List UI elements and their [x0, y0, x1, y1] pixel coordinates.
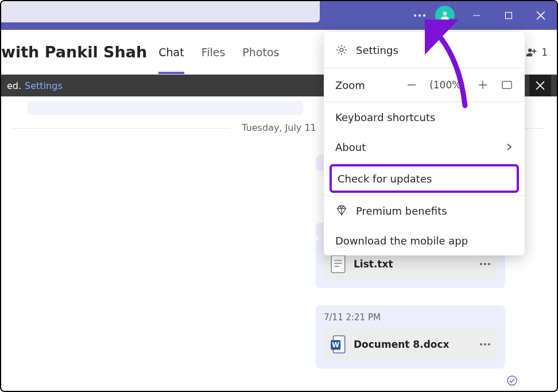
message-timestamp: 7/11 2:21 PM: [324, 312, 497, 323]
message-bubble: [28, 101, 303, 115]
search-box[interactable]: [1, 1, 320, 22]
file-name: List.txt: [354, 258, 472, 270]
chat-title: with Pankil Shah: [1, 43, 147, 61]
svg-point-13: [507, 376, 517, 385]
tab-bar: Chat Files Photos: [158, 30, 279, 74]
text-file-icon: [331, 255, 346, 273]
sent-status-icon: [506, 375, 518, 389]
minimize-button[interactable]: [460, 1, 493, 30]
menu-zoom-row: Zoom (100%): [324, 68, 525, 102]
menu-check-for-updates-label: Check for updates: [338, 173, 432, 185]
menu-about-label: About: [335, 141, 366, 153]
svg-rect-18: [502, 81, 512, 89]
menu-settings-label: Settings: [356, 44, 398, 56]
more-options-button[interactable]: [406, 1, 433, 30]
menu-premium-label: Premium benefits: [356, 205, 447, 217]
menu-download-mobile-app[interactable]: Download the mobile app: [324, 226, 525, 255]
menu-about[interactable]: About: [324, 132, 525, 162]
message-bubble: 7/11 2:21 PM W Document 8.docx: [316, 305, 505, 368]
presence-badge: [448, 18, 455, 26]
banner-settings-link[interactable]: Settings: [25, 80, 63, 91]
svg-rect-1: [506, 13, 512, 19]
more-options-menu: Settings Zoom (100%) Keyboard shortcuts …: [324, 32, 525, 255]
participants-count: 1: [541, 46, 548, 58]
ellipsis-icon: [414, 14, 425, 17]
menu-download-app-label: Download the mobile app: [335, 235, 468, 247]
word-file-icon: W: [331, 335, 346, 354]
maximize-button[interactable]: [493, 1, 525, 30]
zoom-percentage: (100%): [429, 79, 465, 91]
menu-premium-benefits[interactable]: Premium benefits: [324, 196, 525, 226]
zoom-label: Zoom: [335, 79, 365, 91]
tab-chat[interactable]: Chat: [158, 30, 184, 74]
file-name: Document 8.docx: [354, 339, 472, 350]
app-window: with Pankil Shah Chat Files Photos 1 ed.…: [0, 0, 558, 392]
file-more-options[interactable]: [480, 343, 490, 346]
banner-text: ed.: [7, 80, 21, 91]
file-attachment[interactable]: W Document 8.docx: [324, 328, 497, 360]
gear-icon: [335, 44, 348, 56]
menu-check-for-updates[interactable]: Check for updates: [330, 164, 519, 193]
participants-button[interactable]: 1: [525, 46, 551, 59]
profile-avatar[interactable]: [435, 6, 455, 25]
menu-keyboard-shortcuts[interactable]: Keyboard shortcuts: [324, 102, 525, 132]
menu-settings[interactable]: Settings: [324, 32, 525, 68]
tab-photos[interactable]: Photos: [242, 30, 279, 74]
close-window-button[interactable]: [525, 1, 557, 30]
zoom-in-button[interactable]: [476, 79, 489, 91]
people-add-icon: [525, 46, 538, 59]
fullscreen-button[interactable]: [501, 79, 513, 91]
tab-files[interactable]: Files: [202, 30, 226, 74]
banner-close-button[interactable]: [529, 75, 551, 96]
file-more-options[interactable]: [480, 263, 490, 265]
zoom-out-button[interactable]: [405, 79, 418, 91]
diamond-icon: [335, 204, 348, 217]
svg-text:W: W: [332, 341, 339, 349]
svg-point-14: [340, 48, 343, 52]
date-separator-label: Tuesday, July 11: [230, 122, 327, 133]
title-bar: [1, 1, 557, 30]
menu-keyboard-shortcuts-label: Keyboard shortcuts: [335, 111, 435, 123]
chevron-right-icon: [505, 141, 513, 153]
title-bar-controls: [406, 1, 557, 30]
svg-rect-6: [331, 255, 344, 273]
